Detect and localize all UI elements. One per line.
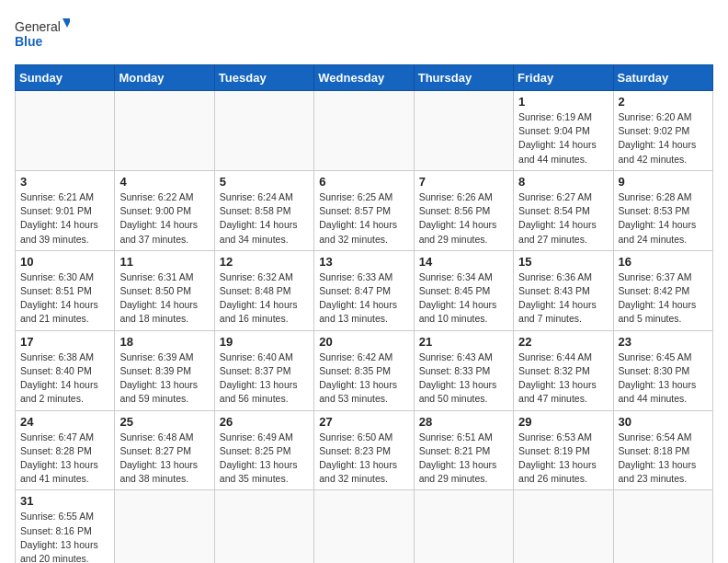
calendar-day-cell [115, 490, 214, 563]
day-info: Sunrise: 6:49 AM Sunset: 8:25 PM Dayligh… [220, 431, 309, 487]
day-number: 24 [20, 415, 109, 429]
day-info: Sunrise: 6:21 AM Sunset: 9:01 PM Dayligh… [20, 190, 109, 247]
calendar-week-row: 1Sunrise: 6:19 AM Sunset: 9:04 PM Daylig… [16, 91, 713, 171]
day-info: Sunrise: 6:36 AM Sunset: 8:43 PM Dayligh… [518, 270, 608, 327]
day-info: Sunrise: 6:25 AM Sunset: 8:57 PM Dayligh… [319, 190, 408, 247]
calendar-day-cell: 10Sunrise: 6:30 AM Sunset: 8:51 PM Dayli… [16, 250, 115, 330]
day-info: Sunrise: 6:30 AM Sunset: 8:51 PM Dayligh… [20, 270, 109, 327]
day-number: 3 [20, 175, 109, 189]
day-info: Sunrise: 6:51 AM Sunset: 8:21 PM Dayligh… [419, 431, 508, 487]
calendar-day-cell: 21Sunrise: 6:43 AM Sunset: 8:33 PM Dayli… [414, 330, 513, 410]
day-info: Sunrise: 6:32 AM Sunset: 8:48 PM Dayligh… [220, 270, 309, 327]
calendar-day-cell: 27Sunrise: 6:50 AM Sunset: 8:23 PM Dayli… [314, 410, 414, 490]
calendar-day-cell: 24Sunrise: 6:47 AM Sunset: 8:28 PM Dayli… [16, 410, 115, 490]
day-info: Sunrise: 6:33 AM Sunset: 8:47 PM Dayligh… [319, 270, 408, 327]
day-number: 17 [20, 335, 109, 349]
day-info: Sunrise: 6:54 AM Sunset: 8:18 PM Dayligh… [619, 431, 708, 487]
day-info: Sunrise: 6:19 AM Sunset: 9:04 PM Dayligh… [518, 110, 608, 167]
page-header: General Blue [15, 15, 713, 55]
day-info: Sunrise: 6:38 AM Sunset: 8:40 PM Dayligh… [20, 350, 109, 407]
calendar-day-cell: 1Sunrise: 6:19 AM Sunset: 9:04 PM Daylig… [514, 91, 613, 171]
day-number: 2 [619, 95, 708, 109]
day-number: 30 [619, 415, 708, 429]
calendar-day-cell: 31Sunrise: 6:55 AM Sunset: 8:16 PM Dayli… [16, 490, 115, 563]
calendar-day-cell [214, 91, 313, 171]
day-info: Sunrise: 6:22 AM Sunset: 9:00 PM Dayligh… [119, 190, 209, 247]
calendar-day-cell [414, 490, 513, 563]
weekday-header-monday: Monday [115, 65, 214, 91]
day-number: 6 [319, 175, 408, 189]
day-number: 1 [518, 95, 608, 109]
day-number: 8 [518, 175, 608, 189]
calendar-week-row: 17Sunrise: 6:38 AM Sunset: 8:40 PM Dayli… [16, 330, 713, 410]
calendar-table: SundayMondayTuesdayWednesdayThursdayFrid… [15, 64, 713, 563]
day-info: Sunrise: 6:47 AM Sunset: 8:28 PM Dayligh… [20, 431, 109, 487]
day-info: Sunrise: 6:48 AM Sunset: 8:27 PM Dayligh… [119, 431, 209, 487]
calendar-day-cell: 11Sunrise: 6:31 AM Sunset: 8:50 PM Dayli… [115, 250, 214, 330]
calendar-week-row: 24Sunrise: 6:47 AM Sunset: 8:28 PM Dayli… [16, 410, 713, 490]
weekday-header-row: SundayMondayTuesdayWednesdayThursdayFrid… [16, 65, 713, 91]
day-info: Sunrise: 6:44 AM Sunset: 8:32 PM Dayligh… [518, 350, 608, 407]
calendar-day-cell: 3Sunrise: 6:21 AM Sunset: 9:01 PM Daylig… [16, 170, 115, 250]
calendar-day-cell: 26Sunrise: 6:49 AM Sunset: 8:25 PM Dayli… [214, 410, 313, 490]
calendar-day-cell [314, 91, 414, 171]
calendar-day-cell: 5Sunrise: 6:24 AM Sunset: 8:58 PM Daylig… [214, 170, 313, 250]
day-info: Sunrise: 6:39 AM Sunset: 8:39 PM Dayligh… [119, 350, 209, 407]
day-number: 15 [518, 255, 608, 269]
day-info: Sunrise: 6:42 AM Sunset: 8:35 PM Dayligh… [319, 350, 408, 407]
calendar-day-cell: 2Sunrise: 6:20 AM Sunset: 9:02 PM Daylig… [613, 91, 712, 171]
day-info: Sunrise: 6:50 AM Sunset: 8:23 PM Dayligh… [319, 431, 408, 487]
logo: General Blue [15, 15, 70, 55]
calendar-day-cell: 6Sunrise: 6:25 AM Sunset: 8:57 PM Daylig… [314, 170, 414, 250]
calendar-day-cell: 13Sunrise: 6:33 AM Sunset: 8:47 PM Dayli… [314, 250, 414, 330]
weekday-header-saturday: Saturday [613, 65, 712, 91]
day-number: 23 [619, 335, 708, 349]
day-info: Sunrise: 6:27 AM Sunset: 8:54 PM Dayligh… [518, 190, 608, 247]
day-number: 29 [518, 415, 608, 429]
day-number: 28 [419, 415, 508, 429]
calendar-day-cell [514, 490, 613, 563]
day-info: Sunrise: 6:26 AM Sunset: 8:56 PM Dayligh… [419, 190, 508, 247]
day-number: 12 [220, 255, 309, 269]
weekday-header-friday: Friday [514, 65, 613, 91]
day-info: Sunrise: 6:53 AM Sunset: 8:19 PM Dayligh… [518, 431, 608, 487]
svg-text:Blue: Blue [15, 34, 43, 49]
calendar-day-cell: 14Sunrise: 6:34 AM Sunset: 8:45 PM Dayli… [414, 250, 513, 330]
day-number: 11 [119, 255, 209, 269]
day-number: 9 [619, 175, 708, 189]
day-number: 4 [119, 175, 209, 189]
day-number: 20 [319, 335, 408, 349]
day-number: 7 [419, 175, 508, 189]
calendar-day-cell: 20Sunrise: 6:42 AM Sunset: 8:35 PM Dayli… [314, 330, 414, 410]
calendar-week-row: 3Sunrise: 6:21 AM Sunset: 9:01 PM Daylig… [16, 170, 713, 250]
calendar-day-cell [414, 91, 513, 171]
calendar-day-cell: 23Sunrise: 6:45 AM Sunset: 8:30 PM Dayli… [613, 330, 712, 410]
calendar-week-row: 31Sunrise: 6:55 AM Sunset: 8:16 PM Dayli… [16, 490, 713, 563]
day-info: Sunrise: 6:34 AM Sunset: 8:45 PM Dayligh… [419, 270, 508, 327]
day-number: 14 [419, 255, 508, 269]
calendar-day-cell: 19Sunrise: 6:40 AM Sunset: 8:37 PM Dayli… [214, 330, 313, 410]
day-number: 19 [220, 335, 309, 349]
day-info: Sunrise: 6:31 AM Sunset: 8:50 PM Dayligh… [119, 270, 209, 327]
calendar-day-cell [314, 490, 414, 563]
day-number: 18 [119, 335, 209, 349]
calendar-day-cell: 22Sunrise: 6:44 AM Sunset: 8:32 PM Dayli… [514, 330, 613, 410]
calendar-day-cell [214, 490, 313, 563]
day-number: 16 [619, 255, 708, 269]
calendar-day-cell: 18Sunrise: 6:39 AM Sunset: 8:39 PM Dayli… [115, 330, 214, 410]
svg-marker-2 [63, 18, 70, 28]
calendar-week-row: 10Sunrise: 6:30 AM Sunset: 8:51 PM Dayli… [16, 250, 713, 330]
calendar-day-cell: 29Sunrise: 6:53 AM Sunset: 8:19 PM Dayli… [514, 410, 613, 490]
logo-svg: General Blue [15, 15, 70, 55]
day-info: Sunrise: 6:24 AM Sunset: 8:58 PM Dayligh… [220, 190, 309, 247]
calendar-day-cell [16, 91, 115, 171]
day-info: Sunrise: 6:20 AM Sunset: 9:02 PM Dayligh… [619, 110, 708, 167]
calendar-day-cell: 16Sunrise: 6:37 AM Sunset: 8:42 PM Dayli… [613, 250, 712, 330]
day-info: Sunrise: 6:43 AM Sunset: 8:33 PM Dayligh… [419, 350, 508, 407]
calendar-day-cell: 4Sunrise: 6:22 AM Sunset: 9:00 PM Daylig… [115, 170, 214, 250]
svg-text:General: General [15, 19, 61, 34]
calendar-day-cell [115, 91, 214, 171]
day-info: Sunrise: 6:28 AM Sunset: 8:53 PM Dayligh… [619, 190, 708, 247]
day-number: 21 [419, 335, 508, 349]
calendar-day-cell: 17Sunrise: 6:38 AM Sunset: 8:40 PM Dayli… [16, 330, 115, 410]
